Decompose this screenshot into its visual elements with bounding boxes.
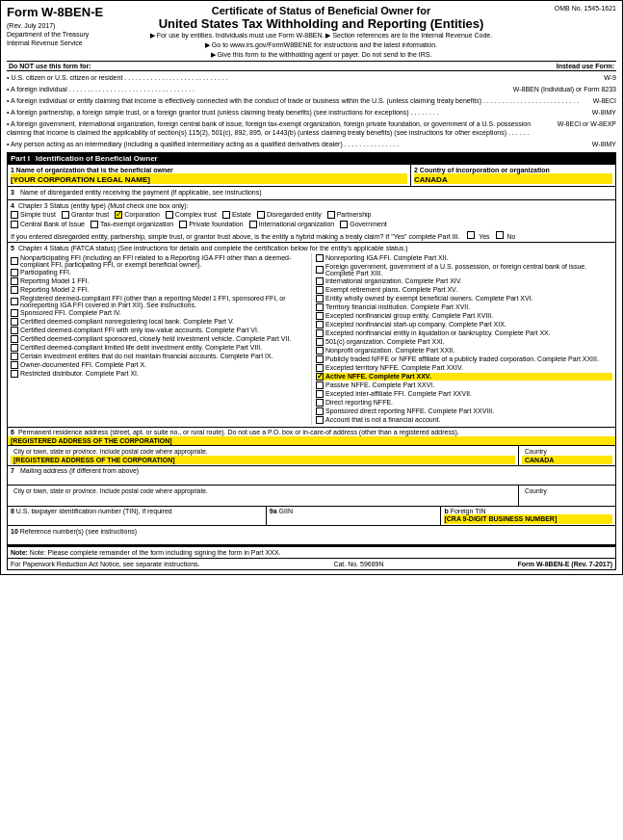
row7-value: [8, 475, 615, 485]
cb-passive-nffe-label: Passive NFFE. Complete Part XXVI.: [325, 381, 434, 388]
row4-no: No: [496, 233, 516, 240]
cb-nonpart-ffi[interactable]: Nonparticipating FFI (including an FFI r…: [11, 254, 307, 268]
cb-complex-trust-box[interactable]: [166, 211, 173, 219]
cb-excepted-inter-box[interactable]: [316, 390, 324, 398]
cb-certified-low-box[interactable]: [11, 327, 18, 334]
cb-no-box[interactable]: [496, 231, 504, 239]
cb-exempt-ret[interactable]: Exempt retirement plans. Complete Part X…: [316, 286, 612, 294]
cb-corporation[interactable]: Corporation: [115, 211, 160, 219]
cb-sponsored-direct[interactable]: Sponsored direct reporting NFFE. Complet…: [316, 407, 612, 415]
cb-intl-org-box[interactable]: [249, 221, 257, 228]
cb-private-foundation-box[interactable]: [179, 221, 187, 228]
cb-excepted-nonfi-group[interactable]: Excepted nonfinancial group entity. Comp…: [316, 312, 612, 320]
cb-tax-exempt-box[interactable]: [91, 221, 98, 228]
cb-foreign-gov-box[interactable]: [316, 266, 324, 274]
cb-private-foundation[interactable]: Private foundation: [179, 221, 243, 228]
cb-territory-fi[interactable]: Territory financial institution. Complet…: [316, 303, 612, 311]
cb-registered-deemed-box[interactable]: [11, 298, 18, 305]
cb-excepted-nonfi-group-box[interactable]: [316, 312, 324, 320]
cb-owner-doc[interactable]: Owner-documented FFI. Complete Part X.: [11, 361, 307, 369]
cb-owner-doc-box[interactable]: [11, 361, 18, 369]
cb-exempt-ret-box[interactable]: [316, 286, 324, 294]
cb-nonreporting-iga[interactable]: Nonreporting IGA FFI. Complete Part XII.: [316, 254, 612, 262]
cb-grantor-trust-box[interactable]: [62, 211, 69, 219]
cb-nonpart-ffi-box[interactable]: [11, 257, 18, 265]
cb-sponsored-ffi-box[interactable]: [11, 309, 18, 317]
cb-excepted-startup[interactable]: Excepted nonfinancial start-up company. …: [316, 321, 612, 328]
cb-registered-deemed[interactable]: Registered deemed-compliant FFI (other t…: [11, 295, 307, 308]
cb-entity-wholly[interactable]: Entity wholly owned by exempt beneficial…: [316, 295, 612, 302]
cb-part-ffi[interactable]: Participating FFI.: [11, 269, 307, 276]
cb-disregarded-box[interactable]: [257, 211, 265, 219]
cb-nonreporting-iga-box[interactable]: [316, 254, 324, 262]
cb-restricted-box[interactable]: [11, 370, 18, 378]
cb-certified-nonreg[interactable]: Certified deemed-compliant nonregisterin…: [11, 318, 307, 326]
cb-active-nffe-box[interactable]: [316, 373, 324, 381]
cb-complex-trust[interactable]: Complex trust: [166, 211, 217, 219]
cb-certified-sponsored-box[interactable]: [11, 335, 18, 343]
cb-reporting-model2[interactable]: Reporting Model 2 FFI.: [11, 286, 307, 294]
cb-estate-box[interactable]: [222, 211, 230, 219]
cb-excepted-startup-box[interactable]: [316, 321, 324, 328]
cb-excepted-territory-box[interactable]: [316, 364, 324, 372]
cb-reporting-model2-box[interactable]: [11, 286, 18, 294]
cb-direct-reporting-box[interactable]: [316, 399, 324, 407]
cb-central-bank-box[interactable]: [11, 221, 18, 228]
cb-restricted[interactable]: Restricted distributor. Complete Part XI…: [11, 370, 307, 378]
cb-excepted-liquidation[interactable]: Excepted nonfinancial entity in liquidat…: [316, 329, 612, 337]
cb-nonprofit-box[interactable]: [316, 347, 324, 354]
cb-reporting-model1[interactable]: Reporting Model 1 FFI.: [11, 277, 307, 285]
cb-certified-sponsored[interactable]: Certified deemed-compliant sponsored, cl…: [11, 335, 307, 343]
cb-nonprofit[interactable]: Nonprofit organization. Complete Part XX…: [316, 347, 612, 354]
cb-government[interactable]: Government: [340, 221, 387, 228]
cb-account-not-fi-box[interactable]: [316, 416, 324, 424]
bullet-row-6: • Any person acting as an intermediary (…: [7, 139, 616, 150]
cb-territory-fi-box[interactable]: [316, 303, 324, 311]
row6-city-label: City or town, state or province. Include…: [11, 447, 515, 456]
cb-intl-org-xiv[interactable]: International organization. Complete Par…: [316, 277, 612, 285]
cb-501c[interactable]: 501(c) organization. Complete Part XXI.: [316, 338, 612, 346]
row7-country-block: Country: [519, 486, 615, 506]
cb-entity-wholly-box[interactable]: [316, 295, 324, 302]
cb-certain-inv[interactable]: Certain investment entities that do not …: [11, 353, 307, 360]
cb-certified-low[interactable]: Certified deemed-compliant FFI with only…: [11, 327, 307, 334]
cb-certified-limited-box[interactable]: [11, 344, 18, 352]
cb-excepted-liquidation-box[interactable]: [316, 329, 324, 337]
cb-certain-inv-box[interactable]: [11, 353, 18, 360]
cb-reporting-model1-box[interactable]: [11, 277, 18, 285]
cb-passive-nffe[interactable]: Passive NFFE. Complete Part XXVI.: [316, 381, 612, 389]
cb-partnership-box[interactable]: [327, 211, 335, 219]
cb-excepted-territory[interactable]: Excepted territory NFFE. Complete Part X…: [316, 364, 612, 372]
cb-active-nffe[interactable]: Active NFFE. Complete Part XXV.: [316, 373, 612, 381]
cb-central-bank[interactable]: Central Bank of Issue: [11, 221, 85, 228]
cb-certified-nonreg-box[interactable]: [11, 318, 18, 326]
omb-number: OMB No. 1545-1621: [530, 5, 616, 12]
row6-label: Permanent residence address (street, apt…: [18, 429, 459, 435]
cb-publicly-traded[interactable]: Publicly traded NFFE or NFFE affiliate o…: [316, 355, 612, 363]
cb-simple-trust[interactable]: Simple trust: [11, 211, 56, 219]
cb-intl-org[interactable]: International organization: [249, 221, 335, 228]
cb-part-ffi-box[interactable]: [11, 269, 18, 276]
cb-estate[interactable]: Estate: [222, 211, 251, 219]
bullet-list: • U.S. citizen or U.S. citizen or reside…: [7, 72, 616, 150]
cb-certified-limited[interactable]: Certified deemed-compliant limited life …: [11, 344, 307, 352]
cb-grantor-trust[interactable]: Grantor trust: [62, 211, 109, 219]
cb-account-not-fi[interactable]: Account that is not a financial account.: [316, 416, 612, 424]
cb-yes-box[interactable]: [467, 231, 475, 239]
cb-corporation-box[interactable]: [115, 211, 122, 219]
cb-partnership[interactable]: Partnership: [327, 211, 372, 219]
cb-foreign-gov[interactable]: Foreign government, government of a U.S.…: [316, 263, 612, 276]
cb-tax-exempt[interactable]: Tax-exempt organization: [91, 221, 173, 228]
cb-excepted-inter[interactable]: Excepted inter-affiliate FFI. Complete P…: [316, 390, 612, 398]
cb-intl-org-xiv-box[interactable]: [316, 277, 324, 285]
cb-501c-box[interactable]: [316, 338, 324, 346]
cb-simple-trust-box[interactable]: [11, 211, 18, 219]
cb-sponsored-ffi[interactable]: Sponsored FFI. Complete Part IV.: [11, 309, 307, 317]
cb-direct-reporting[interactable]: Direct reporting NFFE.: [316, 399, 612, 407]
cb-passive-nffe-box[interactable]: [316, 381, 324, 389]
cb-publicly-traded-box[interactable]: [316, 355, 324, 363]
bullet-ref-3: W-8ECI: [593, 96, 616, 106]
cb-government-box[interactable]: [340, 221, 348, 228]
cb-disregarded[interactable]: Disregarded entity: [257, 211, 322, 219]
cb-sponsored-direct-box[interactable]: [316, 407, 324, 415]
